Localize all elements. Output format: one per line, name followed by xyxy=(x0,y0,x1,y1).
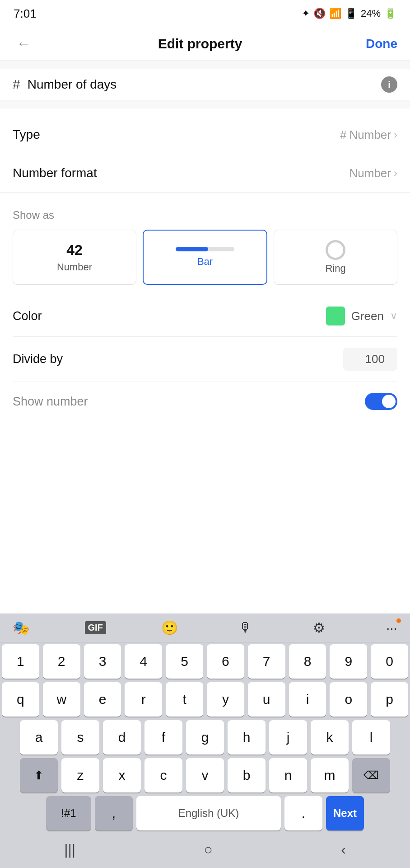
kb-comma-key[interactable]: , xyxy=(95,796,133,830)
number-option-label: Number xyxy=(57,261,92,273)
bar-fill xyxy=(176,247,208,251)
settings-icon[interactable]: ⚙ xyxy=(308,618,331,637)
kb-key-p[interactable]: p xyxy=(371,682,408,717)
status-icons: ✦ 🔇 📶 📱 24% 🔋 xyxy=(302,8,396,19)
kb-key-k[interactable]: k xyxy=(311,720,349,755)
number-format-text: Number xyxy=(349,166,391,180)
nav-menu-button[interactable]: ||| xyxy=(51,840,89,860)
kb-key-f[interactable]: f xyxy=(144,720,182,755)
nav-back-button[interactable]: ‹ xyxy=(327,840,359,860)
nav-home-button[interactable]: ○ xyxy=(190,840,226,860)
kb-key-g[interactable]: g xyxy=(186,720,224,755)
kb-dot-key[interactable]: . xyxy=(284,796,322,830)
type-row[interactable]: Type # Number › xyxy=(0,116,410,154)
type-text: Number xyxy=(349,128,391,142)
kb-shift-key[interactable]: ⬆ xyxy=(20,758,58,793)
kb-key-4[interactable]: 4 xyxy=(125,644,162,679)
wifi-icon: 📶 xyxy=(329,8,341,19)
show-number-toggle[interactable] xyxy=(365,393,397,410)
kb-key-x[interactable]: x xyxy=(103,758,141,793)
divide-by-label: Divide by xyxy=(13,352,63,366)
show-number-label: Show number xyxy=(13,395,88,409)
header: ← Edit property Done xyxy=(0,27,410,61)
kb-key-z[interactable]: z xyxy=(61,758,99,793)
kb-key-3[interactable]: 3 xyxy=(84,644,121,679)
back-button[interactable]: ← xyxy=(13,33,34,54)
kb-key-r[interactable]: r xyxy=(125,682,162,717)
kb-qwerty-row: q w e r t y u i o p xyxy=(2,682,408,717)
kb-key-y[interactable]: y xyxy=(207,682,244,717)
kb-zxcv-row: ⬆ z x c v b n m ⌫ xyxy=(2,758,408,793)
kb-key-9[interactable]: 9 xyxy=(330,644,367,679)
bluetooth-icon: ✦ xyxy=(302,8,310,19)
ring-visual xyxy=(326,240,345,260)
battery-icon: 🔋 xyxy=(384,8,396,19)
kb-next-key[interactable]: Next xyxy=(326,796,364,830)
show-as-section: Show as 42 Number Bar Ring xyxy=(0,200,410,294)
color-name: Green xyxy=(351,309,384,323)
number-format-label: Number format xyxy=(13,166,97,180)
kb-key-m[interactable]: m xyxy=(311,758,349,793)
kb-asdf-row: a s d f g h j k l xyxy=(2,720,408,755)
kb-key-0[interactable]: 0 xyxy=(371,644,408,679)
bar-option-label: Bar xyxy=(197,256,213,268)
more-icon[interactable]: ··· xyxy=(381,618,403,637)
color-swatch xyxy=(326,307,345,326)
kb-key-l[interactable]: l xyxy=(352,720,390,755)
color-label: Color xyxy=(13,309,42,323)
type-label: Type xyxy=(13,127,40,142)
kb-key-2[interactable]: 2 xyxy=(43,644,80,679)
kb-backspace-key[interactable]: ⌫ xyxy=(352,758,390,793)
show-as-option-number[interactable]: 42 Number xyxy=(13,230,136,285)
bottom-nav: ||| ○ ‹ xyxy=(0,834,410,868)
kb-key-c[interactable]: c xyxy=(144,758,182,793)
keyboard-toolbar: 🎭 GIF 🙂 🎙 ⚙ ··· xyxy=(0,613,410,642)
kb-number-row: 1 2 3 4 5 6 7 8 9 0 xyxy=(2,644,408,679)
keyboard-rows: 1 2 3 4 5 6 7 8 9 0 q w e r t y u i o p … xyxy=(0,642,410,830)
kb-key-8[interactable]: 8 xyxy=(289,644,326,679)
kb-key-h[interactable]: h xyxy=(228,720,266,755)
color-chevron: ∨ xyxy=(390,310,397,322)
kb-key-5[interactable]: 5 xyxy=(166,644,203,679)
mute-icon: 🔇 xyxy=(313,8,326,19)
number-display-value: 42 xyxy=(66,242,83,259)
kb-key-j[interactable]: j xyxy=(269,720,307,755)
kb-key-v[interactable]: v xyxy=(186,758,224,793)
property-type-icon: # xyxy=(13,77,20,92)
color-value: Green ∨ xyxy=(326,307,397,326)
kb-key-d[interactable]: d xyxy=(103,720,141,755)
kb-key-t[interactable]: t xyxy=(166,682,203,717)
divide-by-row: Divide by 100 xyxy=(13,337,397,382)
kb-symbol-key[interactable]: !#1 xyxy=(46,796,91,830)
divide-by-value[interactable]: 100 xyxy=(343,348,397,371)
signal-icon: 📱 xyxy=(345,8,357,19)
kb-key-w[interactable]: w xyxy=(43,682,80,717)
show-as-option-bar[interactable]: Bar xyxy=(143,230,267,285)
sticker-icon[interactable]: 🎭 xyxy=(7,618,35,637)
page-title: Edit property xyxy=(158,36,242,52)
kb-key-q[interactable]: q xyxy=(2,682,39,717)
kb-key-a[interactable]: a xyxy=(20,720,58,755)
info-icon[interactable]: i xyxy=(381,76,397,93)
kb-key-1[interactable]: 1 xyxy=(2,644,39,679)
show-as-option-ring[interactable]: Ring xyxy=(274,230,397,285)
mic-icon[interactable]: 🎙 xyxy=(233,618,258,637)
property-name-input[interactable] xyxy=(28,77,381,92)
kb-key-7[interactable]: 7 xyxy=(248,644,285,679)
kb-key-s[interactable]: s xyxy=(61,720,99,755)
kb-key-u[interactable]: u xyxy=(248,682,285,717)
kb-key-6[interactable]: 6 xyxy=(207,644,244,679)
kb-key-b[interactable]: b xyxy=(228,758,266,793)
number-format-chevron: › xyxy=(394,167,397,179)
emoji-icon[interactable]: 🙂 xyxy=(156,618,183,637)
done-button[interactable]: Done xyxy=(366,37,397,51)
kb-space-key[interactable]: English (UK) xyxy=(136,796,281,830)
bar-visual xyxy=(176,247,234,251)
kb-key-o[interactable]: o xyxy=(330,682,367,717)
gif-icon[interactable]: GIF xyxy=(85,621,106,634)
kb-key-e[interactable]: e xyxy=(84,682,121,717)
kb-key-n[interactable]: n xyxy=(269,758,307,793)
kb-key-i[interactable]: i xyxy=(289,682,326,717)
color-row[interactable]: Color Green ∨ xyxy=(13,296,397,337)
number-format-row[interactable]: Number format Number › xyxy=(0,154,410,193)
